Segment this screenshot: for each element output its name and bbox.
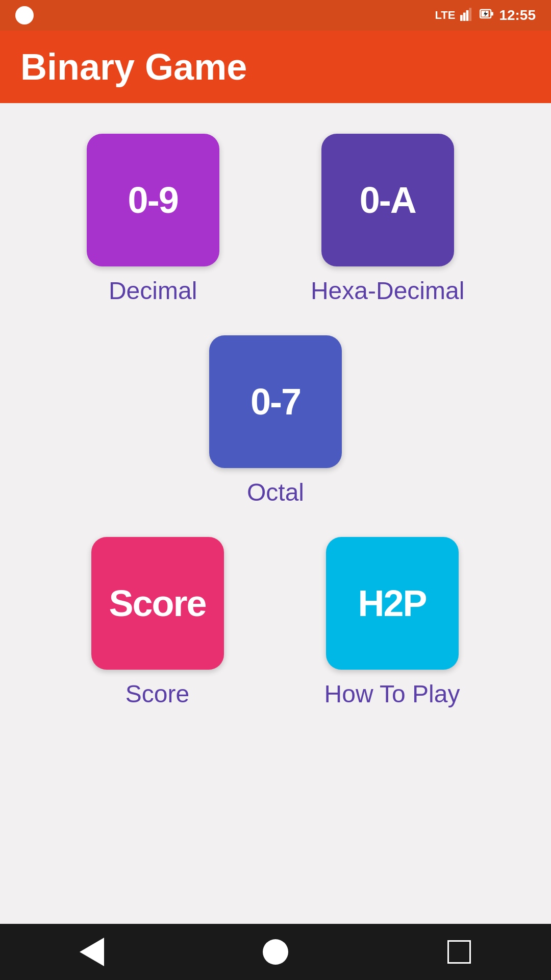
hexadecimal-menu-item[interactable]: 0-A Hexa-Decimal: [311, 134, 464, 305]
decimal-icon: 0-9: [87, 134, 219, 266]
hexadecimal-label: Hexa-Decimal: [311, 277, 464, 305]
octal-icon: 0-7: [209, 335, 342, 468]
menu-row-3: Score Score H2P How To Play: [41, 537, 510, 708]
how-to-play-icon-text: H2P: [358, 582, 426, 624]
svg-rect-0: [460, 15, 463, 21]
score-icon: Score: [91, 537, 224, 670]
octal-label: Octal: [247, 478, 304, 506]
how-to-play-label: How To Play: [324, 680, 460, 708]
status-time: 12:55: [499, 7, 536, 23]
octal-menu-item[interactable]: 0-7 Octal: [209, 335, 342, 506]
lte-label: LTE: [435, 9, 455, 22]
svg-rect-3: [469, 8, 472, 21]
home-icon: [263, 939, 288, 965]
status-bar: LTE 12:55: [0, 0, 551, 31]
status-bar-right: LTE 12:55: [435, 7, 536, 24]
signal-icon: [460, 7, 474, 24]
decimal-label: Decimal: [109, 277, 197, 305]
hexadecimal-icon-text: 0-A: [360, 179, 416, 221]
menu-row-2: 0-7 Octal: [41, 335, 510, 506]
app-header: Binary Game: [0, 31, 551, 103]
status-bar-left: [15, 6, 34, 24]
recents-button[interactable]: [439, 932, 480, 972]
svg-rect-6: [491, 12, 494, 16]
score-label: Score: [126, 680, 189, 708]
recents-icon: [447, 940, 471, 964]
octal-icon-text: 0-7: [251, 381, 300, 423]
how-to-play-icon: H2P: [326, 537, 459, 670]
score-menu-item[interactable]: Score Score: [91, 537, 224, 708]
battery-icon: [480, 7, 494, 24]
back-icon: [80, 938, 104, 966]
svg-rect-1: [463, 13, 466, 21]
main-content: 0-9 Decimal 0-A Hexa-Decimal 0-7 Octal S…: [0, 103, 551, 924]
navigation-bar: [0, 924, 551, 980]
home-button[interactable]: [255, 932, 296, 972]
app-title: Binary Game: [20, 46, 531, 88]
score-icon-text: Score: [109, 582, 206, 624]
hexadecimal-icon: 0-A: [321, 134, 454, 266]
back-button[interactable]: [71, 932, 112, 972]
how-to-play-menu-item[interactable]: H2P How To Play: [324, 537, 460, 708]
menu-row-1: 0-9 Decimal 0-A Hexa-Decimal: [41, 134, 510, 305]
decimal-menu-item[interactable]: 0-9 Decimal: [87, 134, 219, 305]
decimal-icon-text: 0-9: [128, 179, 178, 221]
notification-icon: [15, 6, 34, 24]
svg-rect-2: [466, 10, 469, 21]
